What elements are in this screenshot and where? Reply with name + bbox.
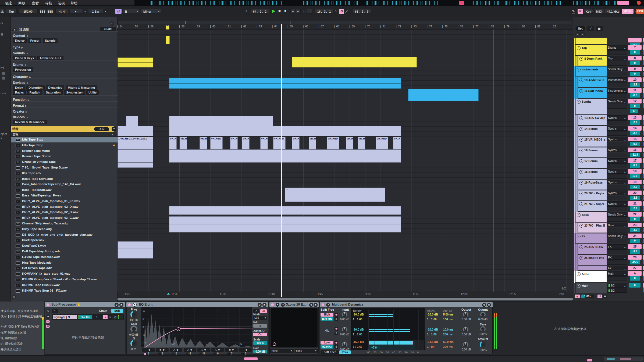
filter-tag-delay[interactable]: Delay — [13, 85, 25, 90]
mbd-global-output-knob[interactable] — [480, 312, 486, 317]
mbd-mid-power-toggle[interactable]: ◉ — [335, 327, 338, 331]
mbd-input-knob-low[interactable] — [342, 342, 347, 347]
mbd-release-0[interactable]: 100 ms — [443, 318, 458, 321]
track-name-block[interactable]: 13 Au5 AW Arp▼ — [578, 115, 607, 125]
save-icon[interactable]: ▣ — [119, 303, 123, 307]
list-item[interactable]: VSTkHs Tape Stop — [11, 143, 118, 148]
save-icon[interactable]: ▣ — [314, 303, 318, 307]
list-item[interactable]: ✓KOMPANY_fx_tape_stop_01.wav — [11, 271, 118, 277]
bar-ruler-label-77[interactable]: ▏77 — [474, 25, 479, 28]
filter-tag-synthesizer[interactable]: Synthesizer — [64, 90, 85, 95]
save-icon[interactable]: ▣ — [262, 303, 266, 307]
eq-band-filter-menu-7[interactable]: ⊂ ▼ — [225, 348, 238, 352]
mbd-output-knob-mid[interactable] — [463, 327, 468, 332]
eq-band-filter-menu-5[interactable]: ◇ ▼ — [197, 348, 210, 352]
mbd-attack-0[interactable]: 5.00 ms — [443, 313, 458, 316]
clip[interactable] — [169, 126, 401, 136]
eq-gain-knob[interactable] — [130, 325, 137, 332]
statusbar-scroll-thumb[interactable] — [244, 357, 258, 360]
track-routing-menu[interactable]: Synths▼ — [607, 137, 627, 141]
chevron-down-icon[interactable]: ▼ — [624, 235, 626, 238]
filter-tag-device[interactable]: Device — [13, 38, 27, 43]
track-fold-icon[interactable]: ▼ — [579, 57, 583, 61]
track-name-block[interactable] — [575, 38, 607, 44]
set-button[interactable]: Set — [575, 26, 585, 31]
eq-freq-value[interactable]: 130 Hz — [127, 319, 140, 322]
chevron-down-icon[interactable]: ▼ — [624, 267, 626, 270]
mbd-low-power-toggle[interactable]: ◉ — [335, 341, 338, 345]
mbd-above-ratio-1[interactable]: 1 : 1.00 — [427, 333, 442, 336]
mbd-below-ratio-1[interactable]: 1 : 1.00 — [353, 333, 368, 336]
track-number-badge[interactable]: 9 — [628, 67, 642, 71]
clip[interactable]: VR_HBD — [273, 137, 286, 149]
track-name-block[interactable]: 23 760 - Phat B▼ — [578, 223, 607, 233]
clip[interactable] — [169, 156, 401, 163]
chevron-down-icon[interactable]: ▼ — [26, 116, 29, 119]
track-number-badge[interactable]: 17 — [628, 158, 642, 163]
track-volume-field[interactable]: 0 — [630, 61, 640, 65]
link-button[interactable]: ak — [0, 9, 4, 14]
time-ruler-label-4[interactable]: ⌊1:45 — [316, 293, 323, 296]
track-volume-field[interactable]: 0 — [630, 239, 640, 243]
play-button[interactable]: ▶ — [272, 8, 275, 13]
track-number-badge[interactable]: 7 — [628, 45, 642, 50]
filter-tag-repitch[interactable]: Repitch — [27, 90, 42, 95]
track-volume-field[interactable]: -2.1 — [630, 83, 640, 87]
filter-tag-saturation[interactable]: Saturation — [44, 90, 63, 95]
list-item[interactable]: ▥Basic Tape Keys.adg — [11, 176, 118, 182]
track-name-block[interactable]: A SC▼ — [575, 271, 607, 282]
eq-spectrum-icon[interactable]: ılıl — [260, 309, 267, 313]
midi-map-button[interactable]: MIDI — [594, 9, 604, 14]
menu-item-2[interactable]: 查看 — [32, 1, 39, 6]
clip[interactable]: VR_H — [393, 137, 401, 149]
mbd-below-thresh-2[interactable]: -15.5 dB — [353, 340, 368, 343]
clip[interactable] — [118, 156, 153, 163]
bar-ruler-label-56[interactable]: ▏56 — [148, 25, 154, 28]
results-add-icon[interactable]: + — [112, 127, 116, 131]
track-routing-menu[interactable]: Sends Only▼ — [607, 234, 627, 238]
metronome-dropdown-icon[interactable]: ▼ — [84, 10, 86, 13]
filter-section-format[interactable]: Format ▶ — [13, 103, 27, 107]
track-name-block[interactable]: Main▼ — [575, 283, 607, 293]
clip[interactable]: VR_H — [358, 137, 365, 149]
list-item[interactable]: ✓E-Perc Tape Measure.wav — [11, 255, 118, 260]
group-fold-icon[interactable]: ≡ — [577, 100, 581, 104]
track-number-badge[interactable] — [628, 38, 642, 42]
mbd-below-ratio-0[interactable]: 1 : 1.00 — [353, 318, 368, 321]
horizontal-scrollbar[interactable] — [118, 298, 573, 300]
list-item[interactable]: ✓Bass_InharmonicTapestop_146_G#.wav — [11, 182, 118, 187]
list-item[interactable]: ✓BRLY_ALVE_stab_tapestop_02_D.wav — [11, 204, 118, 210]
track-name-block[interactable]: 18 Serum▼ — [578, 169, 607, 179]
chain-volume-field[interactable]: 0.0 dB — [79, 315, 92, 319]
arrangement-position-field[interactable]: 64. 2. 2 — [251, 9, 269, 14]
list-item[interactable]: ✓KSHMR Tape Stop 01 - FX.wav — [11, 288, 118, 293]
track-number-badge[interactable]: 16 — [628, 148, 642, 152]
bar-ruler-label-67[interactable]: ▏67 — [319, 25, 324, 28]
track-routing-menu[interactable]: Instruments▼ — [607, 77, 627, 82]
bar-ruler-label-55[interactable]: ▏55 — [133, 25, 138, 28]
track-name-block[interactable]: Synths≡ — [575, 99, 607, 114]
track-fold-icon[interactable]: ▼ — [579, 127, 583, 131]
list-item[interactable]: ✓Bass_TapeStab.wav — [11, 187, 118, 193]
metronome-button[interactable]: ●○ — [70, 9, 83, 14]
filter-tag-sample[interactable]: Sample — [43, 38, 58, 43]
clip[interactable]: ... — [285, 188, 385, 195]
re-enable-automation-button[interactable]: ⌈⌋ — [303, 9, 306, 13]
filter-section-drums[interactable]: Drums ▼ — [13, 62, 27, 66]
punch-out-button[interactable]: ／ — [345, 9, 348, 13]
chevron-down-icon[interactable]: ▼ — [624, 100, 626, 103]
group-fold-icon[interactable]: ≡ — [577, 235, 581, 238]
filter-section-function[interactable]: Function ▶ — [13, 97, 30, 101]
filter-tag-reverb-resonance[interactable]: Reverb & Resonance — [13, 120, 47, 124]
track-routing-menu[interactable]: FX▼ — [607, 244, 627, 249]
scale-toggle[interactable]: ♭♯ — [115, 9, 122, 14]
track-routing-menu[interactable]: Sends Only▼ — [607, 67, 627, 71]
eq-audition-icon[interactable]: ∩ — [253, 309, 259, 313]
back-to-arrangement-button[interactable]: ← — [299, 9, 303, 13]
chevron-down-icon[interactable]: ▼ — [624, 213, 626, 217]
chevron-down-icon[interactable]: ▼ — [24, 64, 27, 66]
add-locator-button[interactable]: + — [290, 9, 295, 14]
chevron-down-icon[interactable]: ▼ — [624, 203, 626, 206]
capture-midi-button[interactable]: ○ — [307, 9, 312, 14]
left-rail-icon-2[interactable] — [2, 77, 5, 80]
